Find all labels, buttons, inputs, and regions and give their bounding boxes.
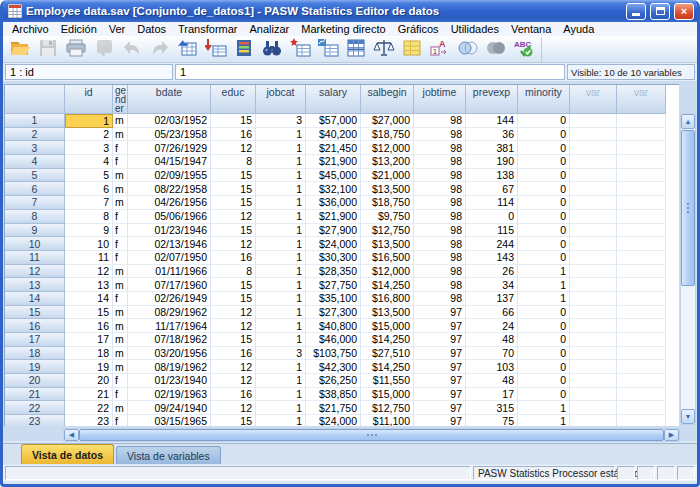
cell[interactable]: 0 — [518, 155, 570, 169]
cell[interactable]: $27,300 — [306, 306, 361, 320]
cell[interactable]: 1 — [256, 292, 306, 306]
row-header-22[interactable]: 22 — [5, 401, 65, 415]
row-header-16[interactable]: 16 — [5, 319, 65, 333]
cell[interactable] — [570, 388, 617, 402]
cell[interactable]: 1 — [256, 182, 306, 196]
cell[interactable] — [570, 265, 617, 279]
open-file-button[interactable] — [6, 38, 33, 62]
cell[interactable]: 97 — [414, 415, 466, 426]
menu-archivo[interactable]: Archivo — [6, 22, 55, 37]
cell[interactable]: $27,900 — [306, 224, 361, 238]
cell[interactable] — [570, 169, 617, 183]
cell[interactable]: 01/11/1966 — [128, 265, 211, 279]
cell[interactable]: 0 — [518, 182, 570, 196]
cell[interactable]: 0 — [518, 210, 570, 224]
cell[interactable]: $16,800 — [361, 292, 414, 306]
cell[interactable] — [570, 251, 617, 265]
cell[interactable] — [617, 210, 666, 224]
cell[interactable] — [570, 114, 617, 128]
cell[interactable]: 6 — [65, 182, 113, 196]
cell[interactable] — [570, 319, 617, 333]
cell[interactable]: 02/09/1955 — [128, 169, 211, 183]
cell[interactable]: $21,900 — [306, 155, 361, 169]
row-header-23[interactable]: 23 — [5, 415, 65, 426]
cell[interactable]: 15 — [211, 292, 256, 306]
cell[interactable]: $57,000 — [306, 114, 361, 128]
cell[interactable]: $42,300 — [306, 360, 361, 374]
cell[interactable]: 08/22/1958 — [128, 182, 211, 196]
cell[interactable]: 8 — [211, 155, 256, 169]
cell[interactable]: 1 — [256, 388, 306, 402]
cell[interactable]: 05/06/1966 — [128, 210, 211, 224]
cell[interactable]: 0 — [518, 141, 570, 155]
cell[interactable]: 98 — [414, 265, 466, 279]
cell[interactable]: 17 — [65, 333, 113, 347]
cell[interactable]: 98 — [414, 251, 466, 265]
cell[interactable]: 12 — [211, 306, 256, 320]
cell[interactable]: 12 — [211, 401, 256, 415]
cell[interactable]: 97 — [414, 401, 466, 415]
cell[interactable]: $12,750 — [361, 401, 414, 415]
cell[interactable] — [617, 401, 666, 415]
menu-ayuda[interactable]: Ayuda — [557, 22, 600, 37]
cell[interactable] — [617, 169, 666, 183]
cell[interactable]: 97 — [414, 333, 466, 347]
cell[interactable]: 05/23/1958 — [128, 128, 211, 142]
spell-check-button[interactable]: ABC — [510, 38, 537, 62]
vertical-scrollbar[interactable]: ▲ ▼ — [680, 113, 696, 425]
title-bar[interactable]: Employee data.sav [Conjunto_de_datos1] -… — [3, 0, 697, 22]
row-header-21[interactable]: 21 — [5, 388, 65, 402]
cell[interactable]: m — [113, 278, 128, 292]
cell[interactable]: 07/26/1929 — [128, 141, 211, 155]
goto-case-button[interactable] — [174, 38, 201, 62]
row-header-7[interactable]: 7 — [5, 196, 65, 210]
cell[interactable]: $14,250 — [361, 278, 414, 292]
print-button[interactable] — [62, 38, 89, 62]
cell[interactable]: $46,000 — [306, 333, 361, 347]
cell[interactable]: 0 — [518, 306, 570, 320]
cell[interactable]: 0 — [518, 237, 570, 251]
cell[interactable]: 15 — [65, 306, 113, 320]
cell[interactable]: 0 — [518, 360, 570, 374]
cell[interactable]: $9,750 — [361, 210, 414, 224]
cell[interactable]: 18 — [65, 347, 113, 361]
cell[interactable]: 98 — [414, 210, 466, 224]
cell[interactable]: 1 — [256, 360, 306, 374]
cell[interactable]: f — [113, 374, 128, 388]
cell[interactable]: 244 — [466, 237, 518, 251]
maximize-button[interactable] — [650, 3, 670, 20]
cell[interactable]: 02/13/1946 — [128, 237, 211, 251]
cell[interactable]: 12 — [65, 265, 113, 279]
cell[interactable]: 12 — [211, 319, 256, 333]
cell[interactable]: 03/20/1956 — [128, 347, 211, 361]
cell[interactable] — [570, 401, 617, 415]
cell[interactable]: 12 — [211, 374, 256, 388]
cell[interactable]: m — [113, 401, 128, 415]
cell[interactable]: $12,000 — [361, 265, 414, 279]
cell[interactable] — [570, 347, 617, 361]
cell[interactable]: 0 — [518, 319, 570, 333]
cell[interactable]: 02/07/1950 — [128, 251, 211, 265]
cell[interactable]: $24,000 — [306, 237, 361, 251]
cell[interactable]: f — [113, 237, 128, 251]
cell[interactable]: 97 — [414, 319, 466, 333]
cell[interactable] — [617, 182, 666, 196]
row-header-19[interactable]: 19 — [5, 360, 65, 374]
cell[interactable]: m — [113, 114, 128, 128]
cell[interactable]: 15 — [211, 114, 256, 128]
cell[interactable]: 24 — [466, 319, 518, 333]
cell[interactable]: 26 — [466, 265, 518, 279]
cell[interactable]: 04/26/1956 — [128, 196, 211, 210]
cell[interactable]: m — [113, 347, 128, 361]
cell[interactable]: $35,100 — [306, 292, 361, 306]
cell[interactable]: 8 — [211, 265, 256, 279]
cell[interactable]: 98 — [414, 141, 466, 155]
column-header-gender[interactable]: gender — [113, 85, 128, 114]
cell[interactable] — [617, 128, 666, 142]
cell[interactable]: m — [113, 182, 128, 196]
column-header-jobcat[interactable]: jobcat — [256, 85, 306, 114]
cell[interactable]: 03/15/1965 — [128, 415, 211, 426]
cell[interactable]: 02/03/1952 — [128, 114, 211, 128]
cell[interactable]: 1 — [256, 265, 306, 279]
cell[interactable]: 08/19/1962 — [128, 360, 211, 374]
